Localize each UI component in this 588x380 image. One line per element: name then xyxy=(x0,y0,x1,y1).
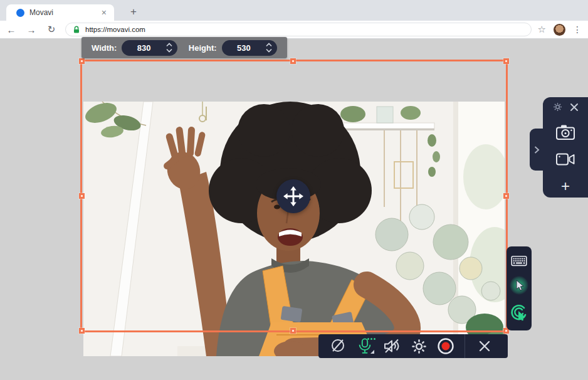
capture-size-toolbar: Width: 830 Height: 530 xyxy=(81,37,287,58)
resize-handle-middle-left[interactable] xyxy=(79,193,85,199)
forward-icon[interactable]: → xyxy=(23,22,40,37)
resize-handle-top-right[interactable] xyxy=(503,58,509,64)
system-sound-button[interactable] xyxy=(382,337,401,356)
back-icon[interactable]: ← xyxy=(3,22,20,37)
add-tool-button[interactable]: + xyxy=(561,179,570,194)
height-input[interactable]: 530 xyxy=(222,40,277,56)
mic-level-indicator xyxy=(367,338,375,340)
panel-settings-button[interactable] xyxy=(553,102,562,112)
resize-handle-bottom-center[interactable] xyxy=(290,328,296,334)
cursor-icon xyxy=(514,279,525,292)
cursor-effects-panel xyxy=(507,246,532,330)
capture-tools-panel: + xyxy=(543,97,588,198)
webcam-icon xyxy=(555,152,575,167)
record-button[interactable] xyxy=(436,337,455,356)
height-label: Height: xyxy=(189,43,217,53)
keyboard-shortcuts-button[interactable] xyxy=(511,255,527,267)
system-sound-off-icon xyxy=(383,338,401,354)
stepper-arrows-icon xyxy=(266,42,272,53)
highlight-clicks-button[interactable] xyxy=(510,304,528,322)
mic-dropdown-icon[interactable] xyxy=(370,350,374,354)
resize-handle-top-center[interactable] xyxy=(290,58,296,64)
move-arrows-icon xyxy=(283,186,303,206)
bookmark-star-icon[interactable]: ☆ xyxy=(538,24,546,35)
browser-toolbar: ← → ↻ https://movavi.com ☆ ⋮ xyxy=(0,21,588,39)
profile-avatar[interactable] xyxy=(554,24,565,36)
new-tab-button[interactable]: + xyxy=(125,4,142,20)
gear-icon xyxy=(553,102,562,112)
height-stepper[interactable] xyxy=(266,42,272,53)
cancel-capture-button[interactable] xyxy=(475,337,494,356)
browser-menu-icon[interactable]: ⋮ xyxy=(573,24,582,34)
screenshot-button[interactable] xyxy=(555,124,575,140)
webcam-off-icon xyxy=(330,338,346,354)
width-input[interactable]: 830 xyxy=(122,40,177,56)
highlight-cursor-button[interactable] xyxy=(510,276,528,295)
tab-title: Movavi xyxy=(29,8,99,17)
record-toolbar xyxy=(318,334,508,358)
width-stepper[interactable] xyxy=(166,42,172,53)
address-bar[interactable]: https://movavi.com xyxy=(65,23,532,36)
side-panel-collapse-tab[interactable] xyxy=(530,129,543,171)
move-region-button[interactable] xyxy=(276,179,310,213)
browser-tab[interactable]: Movavi × xyxy=(6,4,114,21)
toolbar-divider xyxy=(465,334,465,358)
browser-tab-strip: Movavi × + xyxy=(0,0,588,21)
resize-handle-middle-right[interactable] xyxy=(503,193,509,199)
collapse-chevron-icon xyxy=(533,145,540,154)
url-text: https://movavi.com xyxy=(85,26,145,33)
stepper-arrows-icon xyxy=(166,42,172,53)
webcam-off-button[interactable] xyxy=(328,337,347,356)
resize-handle-bottom-left[interactable] xyxy=(79,328,85,334)
close-icon xyxy=(570,103,579,112)
reload-icon[interactable]: ↻ xyxy=(43,22,60,37)
tab-close-icon[interactable]: × xyxy=(99,8,109,18)
close-icon xyxy=(478,340,491,352)
record-settings-button[interactable] xyxy=(409,337,428,356)
microphone-button[interactable] xyxy=(355,337,374,356)
site-favicon xyxy=(16,9,24,17)
screenshot-camera-icon xyxy=(555,124,575,140)
click-highlight-icon xyxy=(510,304,528,322)
width-value[interactable]: 830 xyxy=(122,43,165,53)
panel-close-button[interactable] xyxy=(570,103,579,112)
height-value[interactable]: 530 xyxy=(222,43,266,53)
resize-handle-top-left[interactable] xyxy=(79,58,85,64)
record-icon xyxy=(437,337,454,355)
keyboard-icon xyxy=(511,255,527,267)
gear-icon xyxy=(411,339,427,354)
https-lock-icon xyxy=(72,25,81,34)
width-label: Width: xyxy=(92,43,117,53)
webcam-capture-button[interactable] xyxy=(555,152,575,167)
